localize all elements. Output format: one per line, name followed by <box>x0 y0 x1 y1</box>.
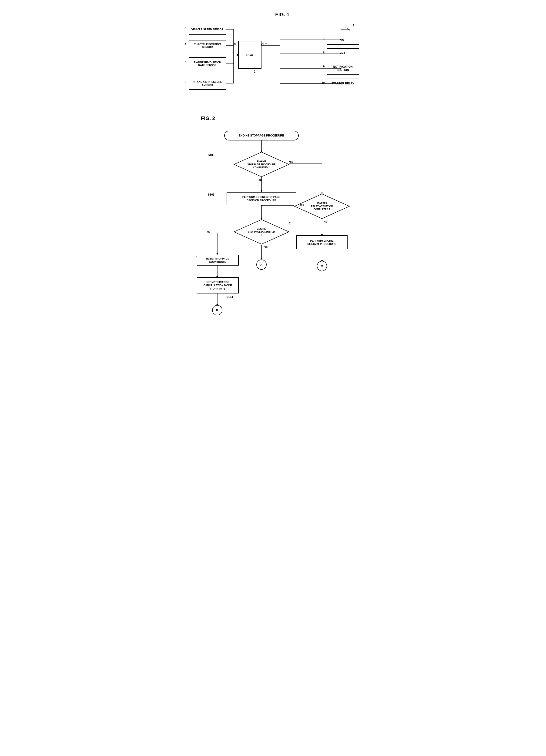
s100-label: S100 <box>208 153 214 157</box>
start-terminal: ENGINE STOPPAGE PROCEDURE <box>224 131 299 140</box>
ecu-ref: 2 <box>254 70 256 73</box>
s102-diamond: ENGINESTOPPAGE PERMITTED? <box>233 219 290 245</box>
fig1-container: FIG. 1 3 4 5 6 VEHICLE SPEED SENSOR THRO… <box>182 12 364 106</box>
output-box-7: IG <box>327 35 359 45</box>
ecu-out-label: OUT <box>261 43 267 46</box>
ecu-box: ECU <box>238 41 261 69</box>
sensor-ref-5: 5 <box>185 61 186 64</box>
ecu-in-label: IN <box>233 43 236 46</box>
flowchart: ENGINE STOPPAGE PROCEDURE S100 ENGINESTO… <box>182 128 364 407</box>
s114-label: S114 <box>226 295 233 299</box>
s102-yes: Yes <box>263 245 268 248</box>
circle-a: A <box>256 260 266 270</box>
circle-b: B <box>212 305 222 315</box>
sensor-box-4: THROTTLE POSITION SENSOR <box>189 40 226 51</box>
svg-line-19 <box>345 27 350 30</box>
output-ref-9: 9 <box>323 65 325 68</box>
output-box-9: NOTIFICATION SECTION <box>327 62 359 75</box>
output-box-10: STARTER RELAY <box>327 79 359 88</box>
s101-label: S101 <box>208 193 214 196</box>
sensor-ref-6: 6 <box>185 80 186 84</box>
output-ref-1: 1 <box>353 23 354 27</box>
circle-c: C <box>317 261 327 271</box>
svg-marker-36 <box>260 258 262 260</box>
sensor-ref-3: 3 <box>185 27 186 30</box>
s116-process: PERFORM ENGINE RESTART PROCEDURE <box>297 235 348 249</box>
sensor-box-5: ENGINE REVOLUTION RATE SENSOR <box>189 57 226 70</box>
sensor-box-6: INTAKE AIR PRESSURE SENSOR <box>189 77 226 90</box>
s100-no: No <box>259 178 262 181</box>
output-box-8: INJ <box>327 48 359 58</box>
sensor-ref-4: 4 <box>185 43 186 46</box>
s114-process: SET NOTIFICATION CANCELLATION MODE (TURN… <box>197 277 239 293</box>
svg-marker-30 <box>216 253 218 255</box>
s100-yes: Yes <box>289 160 293 163</box>
fig1-diagram: 3 4 5 6 VEHICLE SPEED SENSOR THROTTLE PO… <box>182 22 364 106</box>
output-ref-8: 8 <box>323 51 325 54</box>
s115-diamond: STARTERRELAY ACTUATIONCOMPLETED ? <box>294 193 350 219</box>
s100-diamond: ENGINESTOPPAGE PROCEDURECOMPLETED ? <box>233 152 290 177</box>
page: FIG. 1 3 4 5 6 VEHICLE SPEED SENSOR THRO… <box>173 5 373 414</box>
fig1-title: FIG. 1 <box>201 12 364 18</box>
s115-yes: Yes <box>300 203 304 206</box>
fig2-title: FIG. 2 <box>201 115 364 121</box>
s113-process: RESET STOPPAGE COUNTDOWN <box>197 255 239 266</box>
s101-process: PERFORM ENGINE STOPPAGE DECISION PROCEDU… <box>226 192 297 205</box>
fig2-section: FIG. 2 <box>182 115 364 407</box>
svg-marker-25 <box>260 190 262 192</box>
s115-no: No <box>324 220 327 223</box>
output-ref-10: 10 <box>322 81 325 84</box>
sensor-box-3: VEHICLE SPEED SENSOR <box>189 24 226 35</box>
s102-no: No <box>207 230 210 233</box>
output-ref-7: 7 <box>323 37 325 41</box>
